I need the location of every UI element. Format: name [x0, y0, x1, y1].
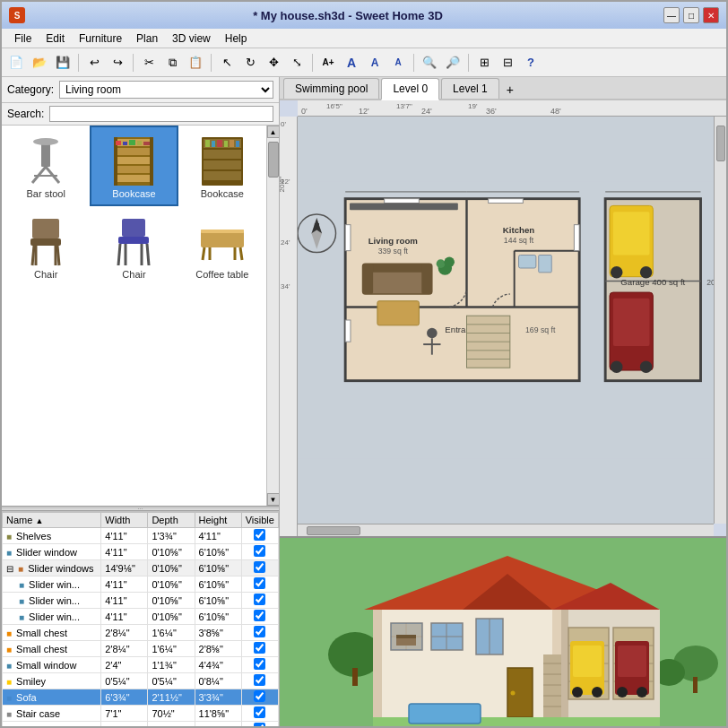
table-row[interactable]: ■ Small chest 2'8¼" 1'6¼" 2'8⅝"	[3, 641, 279, 657]
view3d-button[interactable]: ⊟	[497, 52, 518, 74]
col-visible[interactable]: Visible	[241, 513, 278, 528]
table-row[interactable]: ■ Stair case 7'1" 70½" 11'8⅝"	[3, 706, 279, 722]
table-row[interactable]: ■ Swimming pool 27'3½" 11'11½" 6'11¾"	[3, 722, 279, 727]
furniture-item-bookcase-2[interactable]: Bookcase	[178, 126, 266, 206]
vscroll-thumb[interactable]	[716, 126, 725, 161]
plan-vscroll[interactable]	[714, 117, 726, 524]
zoom-in-button[interactable]: 🔍	[419, 52, 440, 74]
visible-checkbox[interactable]	[254, 610, 265, 621]
menu-plan[interactable]: Plan	[131, 30, 163, 47]
search-input[interactable]	[49, 106, 273, 122]
text2-button[interactable]: A	[364, 52, 386, 74]
select-button[interactable]: ↖	[216, 52, 238, 74]
text1-button[interactable]: A	[341, 52, 362, 74]
ruler-top: 0' 12' 24' 36' 48' 16'5" 13'7" 19'	[298, 100, 726, 117]
sep1	[78, 54, 79, 72]
svg-rect-10	[116, 175, 152, 182]
svg-rect-36	[118, 237, 149, 244]
rotate-button[interactable]: ↻	[239, 52, 261, 74]
menu-help[interactable]: Help	[220, 30, 253, 47]
cut-button[interactable]: ✂	[138, 52, 160, 74]
table-row[interactable]: ■ Sofa 6'3¾" 2'11½" 3'3¾"	[3, 689, 279, 706]
svg-rect-98	[539, 256, 552, 273]
visible-checkbox[interactable]	[254, 658, 265, 670]
visible-checkbox[interactable]	[254, 723, 265, 726]
scroll-down-arrow[interactable]: ▼	[267, 493, 280, 506]
resize-button[interactable]: ⤡	[286, 52, 308, 74]
furniture-item-bar-stool[interactable]: Bar stool	[2, 126, 90, 206]
visible-checkbox[interactable]	[254, 577, 265, 589]
add-text-button[interactable]: A+	[317, 52, 339, 74]
plan-2d[interactable]: 0' 12' 24' 36' 48' 16'5" 13'7" 19' 0' 12…	[280, 100, 726, 538]
plan-hscroll[interactable]	[298, 524, 714, 536]
ruler-mark-v24: 24'	[281, 238, 290, 247]
menu-file[interactable]: File	[9, 30, 37, 47]
furniture-item-bookcase-1[interactable]: Bookcase	[90, 126, 178, 206]
view2d-button[interactable]: ⊞	[473, 52, 495, 74]
new-button[interactable]: 📄	[5, 52, 27, 74]
paste-button[interactable]: 📋	[185, 52, 206, 74]
table-row[interactable]: ■ Smiley 0'5¼" 0'5¼" 0'8¼"	[3, 673, 279, 689]
svg-rect-22	[204, 171, 241, 180]
hscroll-thumb[interactable]	[307, 526, 360, 535]
redo-button[interactable]: ↪	[107, 52, 128, 74]
ruler-mark-12: 12'	[359, 107, 369, 116]
close-button[interactable]: ✕	[703, 7, 719, 23]
table-row[interactable]: ■ Small window 2'4" 1'1¾" 4'4¾"	[3, 657, 279, 673]
col-width[interactable]: Width	[101, 513, 148, 528]
table-row[interactable]: ■ Small chest 2'8¼" 1'6¼" 3'8⅝"	[3, 625, 279, 641]
col-height[interactable]: Height	[195, 513, 241, 528]
menu-furniture[interactable]: Furniture	[74, 30, 127, 47]
visible-checkbox[interactable]	[254, 674, 265, 686]
visible-checkbox[interactable]	[254, 594, 265, 605]
furniture-item-chair-2[interactable]: Chair	[90, 206, 178, 287]
tab-swimming-pool[interactable]: Swimming pool	[283, 78, 379, 99]
menu-edit[interactable]: Edit	[40, 30, 70, 47]
visible-checkbox[interactable]	[254, 545, 265, 557]
category-label: Category:	[7, 83, 54, 96]
grid-scroll-thumb[interactable]	[268, 142, 279, 178]
zoom-out-button[interactable]: 🔎	[442, 52, 464, 74]
table-row[interactable]: ■ Slider window 4'11" 0'10⅝" 6'10⅝"	[3, 544, 279, 560]
undo-button[interactable]: ↩	[83, 52, 105, 74]
maximize-button[interactable]: □	[683, 7, 699, 23]
minimize-button[interactable]: —	[663, 7, 680, 23]
svg-rect-71	[574, 225, 579, 251]
main-content: Category: Living room Bedroom Kitchen Ba…	[2, 77, 726, 726]
col-depth[interactable]: Depth	[148, 513, 195, 528]
visible-checkbox[interactable]	[254, 561, 265, 573]
sep6	[468, 54, 469, 72]
menu-3dview[interactable]: 3D view	[167, 30, 216, 47]
furniture-item-coffee-table[interactable]: Coffee table	[178, 206, 266, 287]
scroll-up-arrow[interactable]: ▲	[267, 126, 280, 138]
visible-checkbox[interactable]	[254, 626, 265, 637]
col-name[interactable]: Name ▲	[3, 513, 101, 528]
visible-checkbox[interactable]	[254, 690, 265, 702]
visible-checkbox[interactable]	[254, 642, 265, 654]
chair-2-label: Chair	[122, 269, 145, 280]
svg-rect-25	[217, 140, 222, 147]
svg-rect-14	[123, 142, 127, 145]
visible-checkbox[interactable]	[254, 529, 265, 541]
tab-add-button[interactable]: +	[501, 81, 519, 99]
category-select[interactable]: Living room Bedroom Kitchen Bathroom Off…	[59, 81, 273, 99]
open-button[interactable]: 📂	[29, 52, 50, 74]
bookcase-2-label: Bookcase	[201, 188, 244, 199]
table-row[interactable]: ■ Slider win... 4'11" 0'10⅝" 6'10⅝"	[3, 593, 279, 609]
tab-level-0[interactable]: Level 0	[381, 78, 439, 100]
save-button[interactable]: 💾	[52, 52, 74, 74]
tab-level-1[interactable]: Level 1	[441, 78, 499, 99]
table-row[interactable]: ■ Slider win... 4'11" 0'10⅝" 6'10⅝"	[3, 576, 279, 593]
table-row[interactable]: ⊟ ■ Slider windows 14'9⅛" 0'10⅝" 6'10⅝"	[3, 560, 279, 576]
chair-1-label: Chair	[34, 269, 57, 280]
move-button[interactable]: ✥	[263, 52, 284, 74]
table-row[interactable]: ■ Slider win... 4'11" 0'10⅝" 6'10⅝"	[3, 609, 279, 625]
text3-button[interactable]: A	[387, 52, 409, 74]
help-button[interactable]: ?	[520, 52, 542, 74]
copy-button[interactable]: ⧉	[161, 52, 183, 74]
svg-rect-24	[212, 141, 215, 147]
visible-checkbox[interactable]	[254, 706, 265, 718]
table-row[interactable]: ■ Shelves 4'11" 1'3¾" 4'11"	[3, 528, 279, 544]
ruler-mark-24: 24'	[421, 107, 432, 116]
furniture-item-chair-1[interactable]: Chair	[2, 206, 90, 287]
